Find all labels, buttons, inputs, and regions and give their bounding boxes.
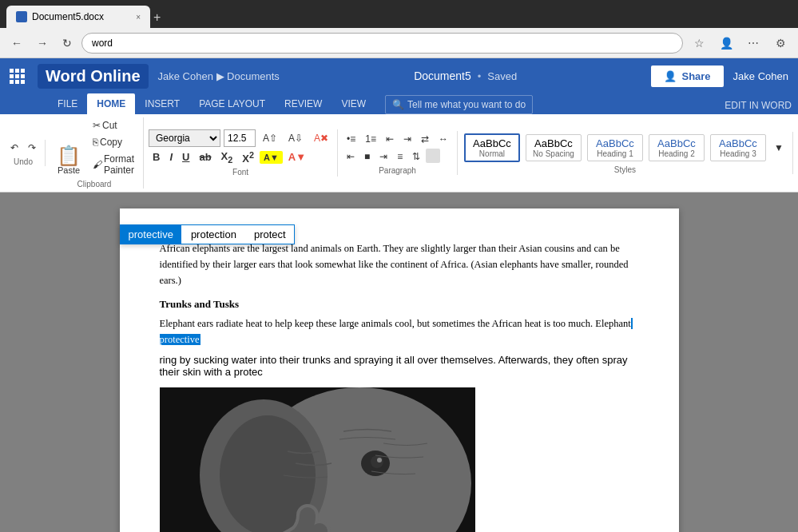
document-page[interactable]: African elephants are the largest land a…: [120, 208, 679, 532]
line-spacing-button[interactable]: ⇅: [408, 149, 424, 165]
underline-button[interactable]: U: [178, 149, 193, 165]
clipboard-row: 📋 Paste ✂ Cut ⎘ Copy 🖌 Format Painter: [50, 117, 138, 178]
font-shrink-button[interactable]: A⇩: [284, 130, 307, 146]
bold-button[interactable]: B: [149, 149, 164, 165]
tab-close-btn[interactable]: ×: [136, 13, 141, 22]
user-name[interactable]: Jake Cohen: [733, 70, 788, 82]
justify-button[interactable]: ≡: [393, 149, 407, 165]
waffle-menu-icon[interactable]: [10, 69, 25, 84]
styles-more-button[interactable]: ▼: [770, 140, 788, 156]
superscript-button[interactable]: X2: [238, 149, 258, 166]
font-group-label: Font: [149, 168, 332, 177]
italic-button[interactable]: I: [165, 149, 177, 165]
subscript-button[interactable]: X2: [217, 149, 237, 166]
paragraph-group-label: Paragraph: [343, 166, 452, 175]
style-heading3[interactable]: AaBbCc Heading 3: [710, 134, 766, 161]
settings-icon[interactable]: ⚙: [769, 32, 792, 54]
browser-nav: ← → ↻ ☆ 👤 ⋯ ⚙: [0, 28, 798, 58]
font-family-select[interactable]: Georgia: [149, 129, 220, 147]
format-painter-button[interactable]: 🖌 Format Painter: [89, 151, 138, 178]
extensions-icon[interactable]: ⋯: [742, 32, 764, 54]
paste-button[interactable]: 📋 Paste: [50, 143, 87, 178]
tab-review[interactable]: REVIEW: [275, 93, 332, 114]
undo-button[interactable]: ↶: [6, 140, 22, 156]
rtl-button[interactable]: ↔: [435, 131, 452, 147]
styles-group: AaBbCc Normal AaBbCc No Spacing AaBbCc H…: [463, 132, 793, 174]
new-tab-button[interactable]: +: [150, 7, 164, 28]
profile-icon[interactable]: 👤: [715, 32, 737, 54]
redo-button[interactable]: ↷: [24, 140, 40, 156]
svg-point-5: [371, 455, 383, 468]
saved-status: Saved: [487, 70, 517, 82]
copy-button[interactable]: ⎘ Copy: [89, 134, 138, 150]
numbered-list-button[interactable]: 1≡: [361, 131, 380, 147]
increase-indent-button[interactable]: ⇥: [399, 131, 415, 147]
ltr-button[interactable]: ⇄: [417, 131, 433, 147]
style-heading2[interactable]: AaBbCc Heading 2: [649, 134, 705, 161]
paste-label: Paste: [58, 165, 80, 175]
browser-tab[interactable]: Document5.docx ×: [6, 6, 150, 28]
clear-format-button[interactable]: A✖: [310, 130, 332, 146]
align-center-button[interactable]: ■: [360, 149, 374, 165]
word-tab-icon: [16, 11, 27, 22]
tell-me-input[interactable]: 🔍 Tell me what you want to do: [385, 95, 533, 114]
back-button[interactable]: ←: [6, 34, 27, 53]
paragraph-row1: •≡ 1≡ ⇤ ⇥ ⇄ ↔: [343, 131, 452, 147]
cut-button[interactable]: ✂ Cut: [89, 117, 138, 133]
bookmark-icon[interactable]: ☆: [688, 32, 710, 54]
style-no-spacing[interactable]: AaBbCc No Spacing: [526, 134, 582, 161]
tab-home[interactable]: HOME: [87, 93, 135, 114]
tell-me-text: Tell me what you want to do: [407, 99, 526, 110]
user-breadcrumb[interactable]: Jake Cohen ▶ Documents: [158, 70, 280, 82]
undo-redo-row: ↶ ↷: [6, 140, 40, 156]
font-grow-button[interactable]: A⇧: [259, 130, 281, 146]
paragraph-2: Elephant ears radiate heat to help keep …: [160, 316, 639, 347]
forward-button[interactable]: →: [32, 34, 53, 53]
autocomplete-popup[interactable]: protective protection protect: [120, 224, 295, 244]
tab-insert[interactable]: INSERT: [135, 93, 189, 114]
paragraph-group: •≡ 1≡ ⇤ ⇥ ⇄ ↔ ⇤ ■ ⇥ ≡ ⇅ Paragraph: [343, 131, 458, 175]
clipboard-group: 📋 Paste ✂ Cut ⎘ Copy 🖌 Format Painter Cl…: [50, 117, 144, 189]
font-format-row: B I U ab X2 X2 A▼ A▼: [149, 149, 332, 166]
style-heading3-preview: AaBbCc: [717, 137, 759, 149]
tab-title: Document5.docx: [32, 11, 104, 22]
style-heading1-label: Heading 1: [594, 149, 636, 158]
app-name-logo: Word Online: [38, 64, 149, 89]
cut-label: Cut: [102, 120, 117, 131]
address-bar[interactable]: [81, 33, 683, 54]
tab-page-layout[interactable]: PAGE LAYOUT: [189, 93, 275, 114]
format-painter-label: Format Painter: [104, 153, 134, 176]
style-normal[interactable]: AaBbCc Normal: [464, 133, 520, 162]
format-painter-icon: 🖌: [93, 159, 102, 170]
clipboard-sub-group: ✂ Cut ⎘ Copy 🖌 Format Painter: [89, 117, 138, 178]
font-color-button[interactable]: A▼: [284, 149, 310, 165]
shading-button[interactable]: [426, 149, 440, 163]
ac-item-protection[interactable]: protection: [183, 225, 244, 244]
clipboard-group-label: Clipboard: [77, 180, 112, 189]
style-heading3-label: Heading 3: [717, 149, 759, 158]
paragraph-1: African elephants are the largest land a…: [160, 240, 639, 288]
tab-view[interactable]: VIEW: [332, 93, 375, 114]
para2-before: Elephant ears radiate heat to help keep …: [160, 318, 631, 329]
highlight-button[interactable]: A▼: [260, 151, 283, 164]
align-right-button[interactable]: ⇥: [375, 149, 391, 165]
strikethrough-button[interactable]: ab: [195, 149, 215, 165]
font-size-input[interactable]: [224, 129, 256, 147]
styles-row: AaBbCc Normal AaBbCc No Spacing AaBbCc H…: [463, 132, 788, 164]
share-button[interactable]: 👤 Share: [651, 66, 723, 87]
word-header: Word Online Jake Cohen ▶ Documents Docum…: [0, 58, 798, 93]
para2-after: ring by sucking water into their trunks …: [160, 354, 628, 378]
edit-in-word-btn[interactable]: EDIT IN WORD: [718, 97, 798, 114]
ac-item-protective[interactable]: protective: [121, 225, 181, 244]
bullet-list-button[interactable]: •≡: [343, 131, 359, 147]
font-group: Georgia A⇧ A⇩ A✖ B I U ab X2 X2 A▼ A▼ Fo…: [149, 129, 338, 177]
align-left-button[interactable]: ⇤: [343, 149, 359, 165]
style-no-spacing-preview: AaBbCc: [533, 137, 574, 149]
refresh-button[interactable]: ↻: [58, 34, 77, 53]
tab-file[interactable]: FILE: [48, 93, 87, 114]
file-name[interactable]: Document5: [414, 69, 471, 82]
style-heading1[interactable]: AaBbCc Heading 1: [587, 134, 643, 161]
file-separator: •: [478, 70, 482, 82]
ac-item-protect[interactable]: protect: [246, 225, 294, 244]
decrease-indent-button[interactable]: ⇤: [382, 131, 398, 147]
